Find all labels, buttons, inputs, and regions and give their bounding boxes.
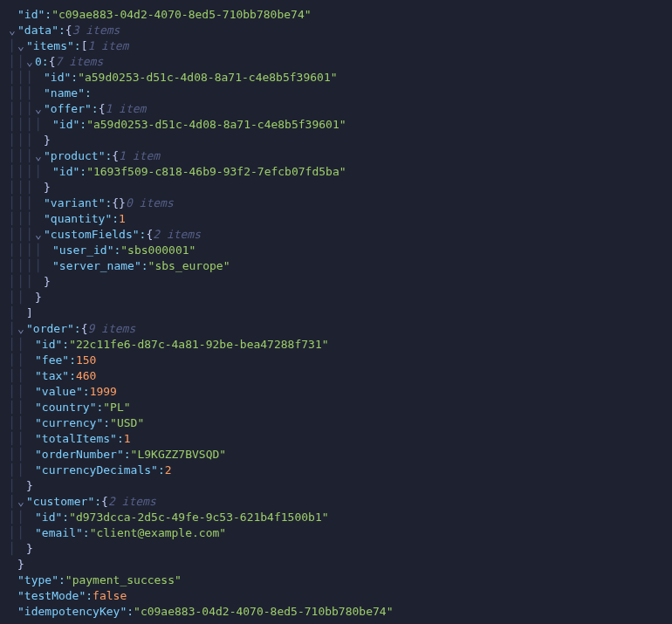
entry-country[interactable]: ││"country":"PL" [9, 400, 663, 415]
brace-close-product: │││} [9, 180, 663, 195]
meta-item0: 7 items [55, 54, 103, 70]
caret-down-icon[interactable]: ⌄ [35, 148, 44, 164]
entry-data[interactable]: ⌄"data":{ 3 items [9, 23, 663, 38]
meta-data: 3 items [72, 23, 120, 38]
brace-close-customFields: │││} [9, 274, 663, 290]
key-id: id [24, 8, 38, 21]
meta-customer: 2 items [108, 494, 156, 510]
entry-currency[interactable]: ││"currency":"USD" [9, 415, 663, 431]
entry-totalItems[interactable]: ││"totalItems":1 [9, 431, 663, 447]
meta-items: 1 item [87, 38, 128, 54]
value-email: client@example.com [96, 526, 219, 539]
entry-product[interactable]: │││⌄"product":{ 1 item [9, 148, 663, 164]
value-order-id: 22c11fe6-d87c-4a81-92be-bea47288f731 [76, 338, 322, 351]
meta-order: 9 items [87, 321, 135, 337]
value-user-id: sbs000001 [127, 243, 189, 257]
brace-close-order: │} [9, 478, 663, 494]
brace-close-data: } [9, 557, 663, 573]
entry-orderNumber[interactable]: ││"orderNumber":"L9KGZZ7BVSQD" [9, 447, 663, 463]
value-orderNumber: L9KGZZ7BVSQD [137, 448, 219, 461]
entry-item0[interactable]: ││⌄0:{ 7 items [9, 54, 663, 70]
bracket-close-items: │] [9, 305, 663, 321]
caret-down-icon[interactable]: ⌄ [9, 23, 17, 38]
value-testMode: false [93, 588, 127, 604]
entry-item0-id[interactable]: │││"id":"a59d0253-d51c-4d08-8a71-c4e8b5f… [9, 70, 663, 86]
meta-variant: 0 items [126, 195, 174, 211]
meta-product: 1 item [119, 148, 160, 164]
caret-down-icon[interactable]: ⌄ [17, 38, 26, 54]
key-data: data [24, 24, 51, 37]
brace-close-offer: │││} [9, 133, 663, 148]
entry-offer[interactable]: │││⌄"offer":{ 1 item [9, 101, 663, 117]
entry-tax[interactable]: ││"tax":460 [9, 368, 663, 384]
entry-value[interactable]: ││"value":1999 [9, 384, 663, 400]
brace-close-customer: │} [9, 541, 663, 557]
meta-customFields: 2 items [153, 227, 201, 243]
value-id: c09ae883-04d2-4070-8ed5-710bb780be74 [58, 8, 305, 21]
entry-customFields[interactable]: │││⌄"customFields":{ 2 items [9, 227, 663, 243]
entry-items[interactable]: │⌄"items":[ 1 item [9, 38, 663, 54]
entry-order-id[interactable]: ││"id":"22c11fe6-d87c-4a81-92be-bea47288… [9, 337, 663, 353]
brace-close-item0: ││} [9, 290, 663, 305]
value-idempotencyKey: c09ae883-04d2-4070-8ed5-710bb780be74 [141, 605, 387, 618]
value-fee: 150 [76, 353, 96, 368]
caret-down-icon[interactable]: ⌄ [35, 227, 44, 243]
caret-down-icon[interactable]: ⌄ [35, 101, 44, 117]
value-quantity: 1 [119, 211, 126, 227]
json-viewer: "id":"c09ae883-04d2-4070-8ed5-710bb780be… [9, 7, 663, 620]
entry-customer-id[interactable]: ││"id":"d973dcca-2d5c-49fe-9c53-621b4f15… [9, 510, 663, 525]
entry-server-name[interactable]: ││││"server_name":"sbs_europe" [9, 258, 663, 274]
value-value: 1999 [90, 384, 117, 400]
entry-order[interactable]: │⌄"order":{ 9 items [9, 321, 663, 337]
value-type: payment_success [72, 573, 175, 586]
entry-quantity[interactable]: │││"quantity":1 [9, 211, 663, 227]
value-item0-id: a59d0253-d51c-4d08-8a71-c4e8b5f39601 [85, 71, 331, 84]
caret-down-icon[interactable]: ⌄ [26, 54, 35, 70]
caret-down-icon[interactable]: ⌄ [17, 321, 26, 337]
value-tax: 460 [76, 368, 96, 384]
value-product-id: 1693f509-c818-46b9-93f2-7efcb07fd5ba [93, 165, 339, 178]
value-totalItems: 1 [124, 431, 131, 447]
entry-type[interactable]: "type":"payment_success" [9, 573, 663, 588]
key-zero: 0 [35, 55, 42, 68]
entry-user-id[interactable]: ││││"user_id":"sbs000001" [9, 243, 663, 258]
entry-idempotencyKey[interactable]: "idempotencyKey":"c09ae883-04d2-4070-8ed… [9, 604, 663, 620]
key-items: items [33, 39, 67, 52]
entry-variant[interactable]: │││"variant":{} 0 items [9, 195, 663, 211]
entry-customer[interactable]: │⌄"customer":{ 2 items [9, 494, 663, 510]
value-customer-id: d973dcca-2d5c-49fe-9c53-621b4f1500b1 [76, 511, 322, 524]
caret-down-icon[interactable]: ⌄ [17, 494, 26, 510]
value-server-name: sbs_europe [154, 259, 223, 272]
entry-id[interactable]: "id":"c09ae883-04d2-4070-8ed5-710bb780be… [9, 7, 663, 23]
entry-testMode[interactable]: "testMode":false [9, 588, 663, 604]
entry-item0-name[interactable]: │││"name": [9, 86, 663, 101]
entry-fee[interactable]: ││"fee":150 [9, 353, 663, 368]
entry-offer-id[interactable]: ││││"id":"a59d0253-d51c-4d08-8a71-c4e8b5… [9, 117, 663, 133]
value-currency: USD [117, 416, 137, 429]
value-country: PL [110, 401, 124, 414]
value-currencyDecimals: 2 [165, 463, 172, 478]
value-offer-id: a59d0253-d51c-4d08-8a71-c4e8b5f39601 [93, 118, 339, 131]
entry-currencyDecimals[interactable]: ││"currencyDecimals":2 [9, 463, 663, 478]
entry-product-id[interactable]: ││││"id":"1693f509-c818-46b9-93f2-7efcb0… [9, 164, 663, 180]
meta-offer: 1 item [105, 101, 146, 117]
entry-email[interactable]: ││"email":"client@example.com" [9, 525, 663, 541]
